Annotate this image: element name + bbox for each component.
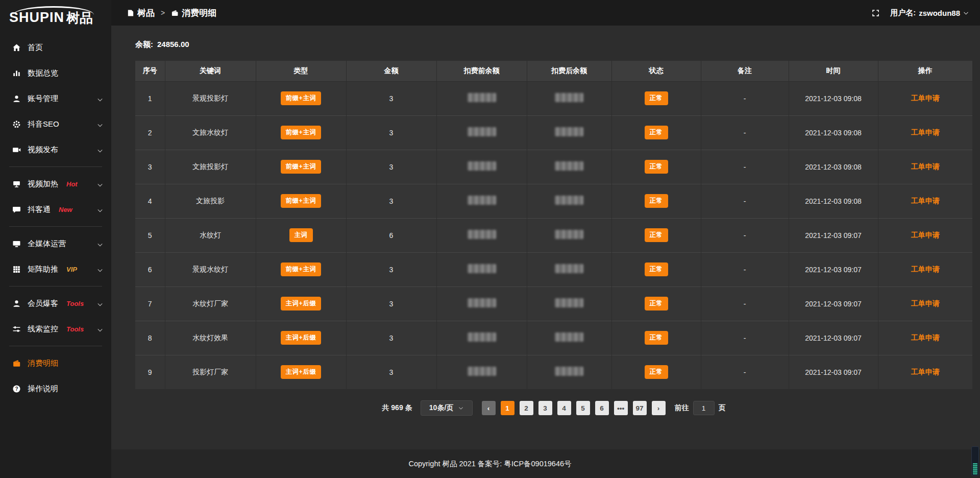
- sidebar-item-label: 首页: [28, 43, 43, 53]
- chevron-down-icon: [97, 181, 103, 187]
- sidebar-item-账号管理[interactable]: 账号管理: [0, 86, 111, 111]
- sidebar: SHUPIN 树品 首页数据总览账号管理抖音SEO视频发布视频加热Hot抖客通N…: [0, 0, 111, 478]
- status-badge: 正常: [645, 262, 668, 276]
- cell-remark: -: [701, 150, 789, 184]
- cell-balance-before: [436, 184, 527, 218]
- sidebar-item-视频加热[interactable]: 视频加热Hot: [0, 171, 111, 197]
- cell-amount: 3: [346, 81, 436, 115]
- table-row: 6景观水纹灯前缀+主词3正常-2021-12-03 09:07工单申请: [135, 252, 972, 286]
- cell-amount: 3: [346, 355, 436, 389]
- table-body: 1景观投影灯前缀+主词3正常-2021-12-03 09:08工单申请2文旅水纹…: [135, 81, 972, 389]
- work-order-link[interactable]: 工单申请: [911, 265, 940, 273]
- cell-type: 主词: [256, 218, 346, 252]
- censored-value: [468, 230, 496, 239]
- wallet-icon: [171, 9, 179, 17]
- breadcrumb-item-home[interactable]: 树品: [127, 7, 155, 19]
- censored-value: [468, 127, 496, 136]
- work-order-link[interactable]: 工单申请: [911, 299, 940, 307]
- sidebar-item-label: 账号管理: [28, 94, 58, 104]
- fullscreen-icon[interactable]: [871, 9, 880, 17]
- sidebar-item-操作说明[interactable]: ?操作说明: [0, 376, 111, 401]
- status-badge: 正常: [645, 194, 668, 208]
- user-menu[interactable]: 用户名: zswodun88: [890, 8, 969, 18]
- censored-value: [555, 298, 583, 307]
- cell-time: 2021-12-03 09:08: [789, 184, 878, 218]
- work-order-link[interactable]: 工单申请: [911, 197, 940, 205]
- scroll-indicator-widget[interactable]: [971, 446, 979, 476]
- cell-time: 2021-12-03 09:08: [789, 115, 878, 150]
- cell-index: 1: [135, 81, 165, 115]
- work-order-link[interactable]: 工单申请: [911, 128, 940, 136]
- video-icon: [12, 146, 21, 154]
- cell-index: 4: [135, 184, 165, 218]
- cell-index: 7: [135, 286, 165, 321]
- cell-balance-before: [436, 150, 527, 184]
- cell-keyword: 文旅投影灯: [165, 150, 256, 184]
- censored-value: [555, 196, 583, 205]
- member-icon: [12, 299, 21, 308]
- main-content: 余额: 24856.00 序号关键词类型金额扣费前余额扣费后余额状态备注时间操作…: [111, 26, 980, 449]
- app-logo[interactable]: SHUPIN 树品: [0, 0, 111, 28]
- page-button-3[interactable]: 3: [538, 401, 552, 415]
- page-buttons: 123456•••97: [501, 401, 647, 415]
- page-button-4[interactable]: 4: [557, 401, 571, 415]
- sidebar-item-抖音SEO[interactable]: 抖音SEO: [0, 111, 111, 137]
- type-badge: 前缀+主词: [281, 160, 322, 174]
- cell-type: 前缀+主词: [256, 115, 346, 150]
- sidebar-item-tag: Tools: [66, 300, 84, 307]
- cell-balance-after: [527, 321, 611, 355]
- cell-time: 2021-12-03 09:07: [789, 252, 878, 286]
- gear-icon: [12, 120, 21, 129]
- cell-type: 前缀+主词: [256, 252, 346, 286]
- work-order-link[interactable]: 工单申请: [911, 368, 940, 376]
- page-button-97[interactable]: 97: [633, 401, 647, 415]
- cell-time: 2021-12-03 09:08: [789, 150, 878, 184]
- column-header-状态: 状态: [611, 61, 701, 81]
- sidebar-item-线索监控[interactable]: 线索监控Tools: [0, 316, 111, 342]
- page-ellipsis-button[interactable]: •••: [614, 401, 628, 415]
- sidebar-item-全媒体运营[interactable]: 全媒体运营: [0, 231, 111, 256]
- sidebar-item-矩阵助推[interactable]: 矩阵助推VIP: [0, 256, 111, 282]
- sidebar-item-首页[interactable]: 首页: [0, 35, 111, 60]
- cell-balance-after: [527, 150, 611, 184]
- balance-label: 余额:: [135, 40, 153, 50]
- sidebar-item-视频发布[interactable]: 视频发布: [0, 137, 111, 162]
- sidebar-item-数据总览[interactable]: 数据总览: [0, 60, 111, 86]
- table-row: 7水纹灯厂家主词+后缀3正常-2021-12-03 09:07工单申请: [135, 286, 972, 321]
- sidebar-item-label: 视频加热: [28, 179, 58, 189]
- page-button-1[interactable]: 1: [501, 401, 514, 415]
- monitor-icon: [12, 240, 21, 248]
- cell-remark: -: [701, 81, 789, 115]
- cell-keyword: 景观水纹灯: [165, 252, 256, 286]
- sidebar-divider: [9, 346, 102, 346]
- goto-page-input[interactable]: [693, 401, 715, 415]
- cell-time: 2021-12-03 09:08: [789, 81, 878, 115]
- breadcrumb-item-current[interactable]: 消费明细: [171, 7, 216, 19]
- work-order-link[interactable]: 工单申请: [911, 333, 940, 342]
- work-order-link[interactable]: 工单申请: [911, 162, 940, 171]
- sidebar-item-会员爆客[interactable]: 会员爆客Tools: [0, 291, 111, 316]
- column-header-时间: 时间: [789, 61, 878, 81]
- cell-time: 2021-12-03 09:07: [789, 355, 878, 389]
- chevron-down-icon: [97, 300, 103, 306]
- page-button-2[interactable]: 2: [520, 401, 533, 415]
- sidebar-item-抖客通[interactable]: 抖客通New: [0, 197, 111, 222]
- work-order-link[interactable]: 工单申请: [911, 231, 940, 239]
- cell-index: 8: [135, 321, 165, 355]
- chevron-down-icon: [97, 241, 103, 247]
- next-page-button[interactable]: ›: [652, 401, 666, 415]
- censored-value: [555, 161, 583, 171]
- goto-label: 前往: [675, 403, 689, 413]
- breadcrumb-label: 树品: [137, 7, 155, 19]
- sidebar-item-消费明细[interactable]: 消费明细: [0, 350, 111, 376]
- cell-action: 工单申请: [878, 355, 972, 389]
- work-order-link[interactable]: 工单申请: [911, 94, 940, 102]
- doc-icon: [127, 9, 134, 17]
- page-size-select[interactable]: 10条/页: [421, 400, 473, 416]
- heat-icon: [12, 180, 21, 188]
- cell-remark: -: [701, 218, 789, 252]
- page-button-5[interactable]: 5: [576, 401, 590, 415]
- topbar-right: 用户名: zswodun88: [871, 8, 969, 18]
- prev-page-button[interactable]: ‹: [482, 401, 496, 415]
- page-button-6[interactable]: 6: [595, 401, 609, 415]
